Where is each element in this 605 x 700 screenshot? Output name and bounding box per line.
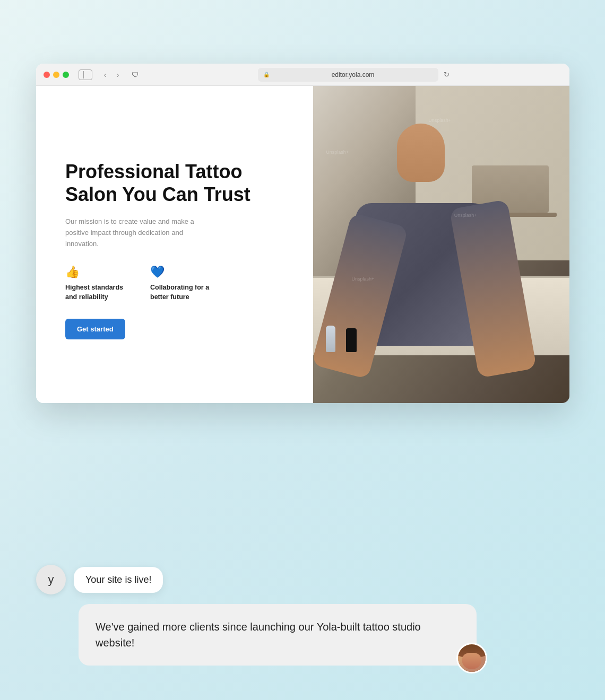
sidebar-toggle-button[interactable] [79,69,92,80]
chat-notification: y Your site is live! [36,565,569,594]
refresh-button[interactable]: ↻ [444,71,450,78]
ink-bottle [346,328,357,352]
heart-icon: 💙 [150,265,219,279]
person-head [397,124,445,182]
testimonial-text: We've gained more clients since launchin… [96,621,421,649]
back-button[interactable]: ‹ [100,69,110,80]
address-bar-container: 🔒 editor.yola.com ↻ [145,68,562,82]
notification-text: Your site is live! [85,574,151,585]
spray-bottle [326,326,335,352]
traffic-lights [44,72,69,78]
hero-title: Professional Tattoo Salon You Can Trust [65,160,287,206]
feature-item-standards: 👍 Highest standards and reliability [65,265,134,302]
get-started-button[interactable]: Get started [65,319,125,339]
forward-button[interactable]: › [113,69,123,80]
browser-window: ‹ › 🛡 🔒 editor.yola.com ↻ Professional T… [36,64,569,403]
browser-nav: ‹ › [100,69,123,80]
browser-chrome: ‹ › 🛡 🔒 editor.yola.com ↻ [36,64,569,86]
hero-subtitle: Our mission is to create value and make … [65,216,203,249]
feature-label-collaboration: Collaborating for a better future [150,283,219,302]
browser-body: Professional Tattoo Salon You Can Trust … [36,86,569,403]
minimize-button[interactable] [53,72,59,78]
feature-label-standards: Highest standards and reliability [65,283,134,302]
person-figure [339,118,505,403]
address-bar[interactable]: 🔒 editor.yola.com [258,68,438,82]
left-panel: Professional Tattoo Salon You Can Trust … [36,86,313,403]
right-panel: Unsplash+ Unsplash+ Unsplash+ Unsplash+ [313,86,569,403]
close-button[interactable] [44,72,50,78]
lock-icon: 🔒 [263,72,270,77]
user-face [458,644,486,672]
thumbs-up-icon: 👍 [65,265,134,279]
chat-section: y Your site is live! We've gained more c… [36,565,569,666]
user-avatar [456,643,487,673]
notification-bubble: Your site is live! [74,567,163,593]
testimonial-bubble: We've gained more clients since launchin… [79,604,477,666]
yola-avatar: y [36,565,66,594]
table-items [326,326,357,352]
face-features [462,653,481,669]
url-text: editor.yola.com [273,71,433,78]
feature-item-collaboration: 💙 Collaborating for a better future [150,265,219,302]
yola-letter: y [48,573,54,587]
shield-icon: 🛡 [131,70,140,80]
maximize-button[interactable] [63,72,69,78]
features-row: 👍 Highest standards and reliability 💙 Co… [65,265,287,302]
